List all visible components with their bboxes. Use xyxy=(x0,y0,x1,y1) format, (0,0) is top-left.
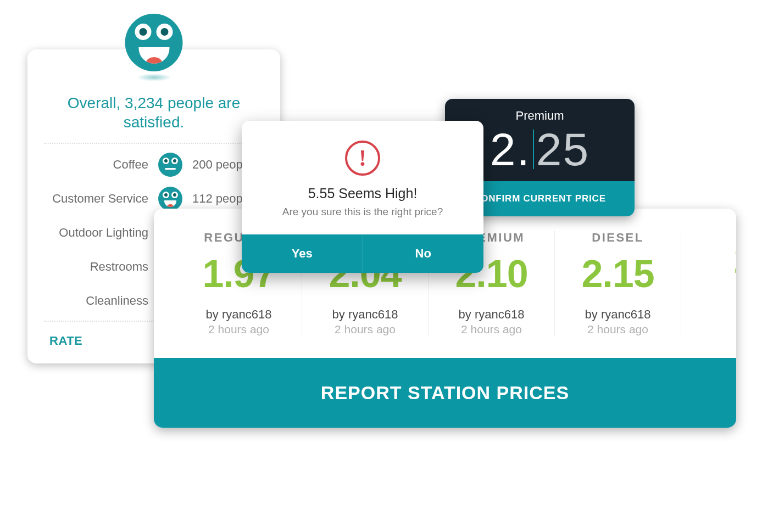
rating-label: Customer Service xyxy=(44,192,148,206)
fuel-time: 2 hours ago xyxy=(308,323,422,336)
dialog-buttons: Yes No xyxy=(242,234,483,273)
alert-icon: ! xyxy=(345,141,380,176)
rating-label: Restrooms xyxy=(44,260,148,274)
price-input-label: Premium xyxy=(460,109,619,123)
rating-row-coffee[interactable]: Coffee 200 people xyxy=(44,152,264,178)
dialog-subtitle: Are you sure this is the right price? xyxy=(242,206,483,218)
rating-row-customer-service[interactable]: Customer Service 112 people xyxy=(44,186,264,212)
fuel-time: 2 hours ago xyxy=(181,323,296,336)
report-prices-button[interactable]: REPORT STATION PRICES xyxy=(154,358,736,428)
rating-label: Outdoor Lighting xyxy=(44,226,148,240)
happy-face-icon xyxy=(125,14,183,71)
price-high-dialog: ! 5.55 Seems High! Are you sure this is … xyxy=(242,121,483,273)
dialog-no-button[interactable]: No xyxy=(363,234,484,273)
neutral-face-icon xyxy=(158,153,182,177)
fuel-name: DIESEL xyxy=(560,231,675,245)
fuel-time: 2 hours ago xyxy=(560,323,675,336)
text-cursor-icon xyxy=(533,130,534,169)
rating-label: Cleanliness xyxy=(44,294,148,308)
avatar-happy-face xyxy=(125,14,183,71)
fuel-col-diesel[interactable]: DIESEL 2.15 by ryanc618 2 hours ago xyxy=(555,231,681,336)
rating-label: Coffee xyxy=(44,158,148,172)
fuel-col-extra[interactable]: 2 by xyxy=(681,231,736,336)
happy-face-icon xyxy=(158,187,182,211)
fuel-price: 2.15 xyxy=(560,255,675,293)
fuel-user: by xyxy=(687,293,736,307)
price-digits: 2. 25 xyxy=(460,126,619,172)
fuel-user: by ryanc618 xyxy=(308,307,422,322)
price-digits-placeholder: 25 xyxy=(536,126,589,172)
dialog-title: 5.55 Seems High! xyxy=(242,186,483,201)
fuel-time: 2 hours ago xyxy=(434,323,549,336)
price-digits-entered: 2. xyxy=(490,126,531,172)
fuel-user: by ryanc618 xyxy=(434,307,549,322)
dialog-yes-button[interactable]: Yes xyxy=(242,234,363,273)
fuel-user: by ryanc618 xyxy=(181,307,296,322)
fuel-price: 2 xyxy=(687,240,736,279)
fuel-user: by ryanc618 xyxy=(560,307,675,322)
